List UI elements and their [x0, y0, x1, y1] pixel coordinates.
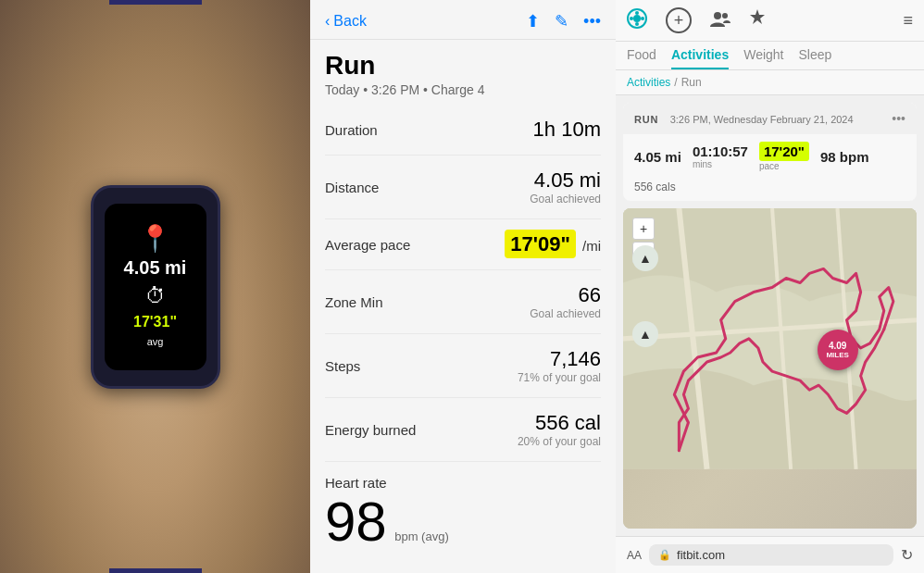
run-card-title-area: RUN 3:26 PM, Wednesday February 21, 2024 [634, 110, 854, 127]
pace-suffix: /mi [582, 238, 601, 254]
breadcrumb-run: Run [681, 76, 702, 89]
pace-icon: ⏱ [145, 284, 166, 308]
metrics-list: Duration 1h 10m Distance 4.05 mi Goal ac… [310, 105, 616, 573]
cals-row: 556 cals [623, 179, 917, 201]
svg-point-6 [714, 12, 721, 19]
map-container: + − ▲ ▲ 4.09 MILES [623, 208, 917, 529]
reload-icon[interactable]: ↻ [901, 546, 913, 564]
pace-label: Average pace [325, 237, 410, 253]
fitbit-app-panel: + ≡ Food Activities Weight Sleep [616, 0, 924, 573]
more-icon[interactable]: ••• [583, 12, 601, 31]
heart-rate-display: 98 bpm (avg) [325, 494, 601, 550]
fitbit-device: 📍 4.05 mi ⏱ 17'31" avg [91, 185, 220, 389]
band-bottom [109, 568, 202, 573]
location-pin-icon: 📍 [139, 226, 171, 252]
header-actions: ⬆ ✎ ••• [526, 11, 601, 31]
detail-header: ‹ Back ⬆ ✎ ••• [310, 0, 616, 40]
tab-food[interactable]: Food [627, 47, 656, 69]
share-icon[interactable]: ⬆ [526, 11, 540, 31]
tab-sleep[interactable]: Sleep [799, 47, 832, 69]
card-duration-label: mins [693, 159, 748, 169]
map-miles-value: 4.09 [829, 341, 846, 351]
card-duration-value: 01:10:57 [693, 143, 748, 159]
svg-point-7 [722, 13, 728, 19]
map-route-svg [623, 208, 917, 469]
font-size-control[interactable]: AA [627, 549, 642, 562]
map-nav-buttons: ▲ ▲ [632, 245, 658, 347]
pace-value: 17'09" /mi [505, 232, 601, 256]
device-screen: 📍 4.05 mi ⏱ 17'31" avg [105, 204, 206, 370]
zone-label: Zone Min [325, 294, 383, 310]
steps-row: Steps 7,146 71% of your goal [325, 334, 601, 398]
url-bar[interactable]: 🔒 fitbit.com [649, 544, 893, 566]
energy-value: 556 cal 20% of your goal [518, 411, 601, 448]
device-distance: 4.05 mi [124, 257, 187, 279]
heart-rate-section: Heart rate 98 bpm (avg) [325, 462, 601, 563]
app-top-bar: + ≡ [616, 0, 924, 42]
energy-row: Energy burned 556 cal 20% of your goal [325, 398, 601, 462]
app-nav-icons: + [627, 7, 766, 33]
breadcrumb: Activities / Run [616, 70, 924, 95]
energy-label: Energy burned [325, 422, 416, 438]
card-distance: 4.05 mi [634, 149, 681, 165]
map-miles-marker: 4.09 MILES [818, 330, 858, 370]
back-label: Back [333, 13, 367, 30]
distance-label: Distance [325, 180, 379, 195]
zoom-in-button[interactable]: + [632, 218, 655, 240]
distance-value: 4.05 mi Goal achieved [530, 168, 601, 206]
zone-value: 66 Goal achieved [530, 283, 601, 320]
distance-row: Distance 4.05 mi Goal achieved [325, 156, 601, 219]
run-detail-panel: ‹ Back ⬆ ✎ ••• Run Today • 3:26 PM • Cha… [310, 0, 616, 573]
map-miles-unit: MILES [826, 351, 848, 359]
band-top [109, 0, 202, 5]
heart-rate-value: 98 [325, 491, 387, 553]
duration-value: 1h 10m [533, 118, 601, 142]
svg-point-5 [641, 17, 644, 20]
run-card-header: RUN 3:26 PM, Wednesday February 21, 2024… [623, 103, 917, 134]
zone-row: Zone Min 66 Goal achieved [325, 270, 601, 334]
hamburger-menu-icon[interactable]: ≡ [903, 11, 913, 31]
svg-point-1 [633, 15, 641, 22]
duration-row: Duration 1h 10m [325, 105, 601, 156]
map-location-button[interactable]: ▲ [632, 245, 658, 271]
run-card-more-button[interactable]: ••• [892, 111, 905, 126]
community-icon[interactable] [710, 10, 730, 31]
run-card: RUN 3:26 PM, Wednesday February 21, 2024… [623, 103, 917, 201]
breadcrumb-separator: / [674, 76, 677, 89]
browser-bottom-bar: AA 🔒 fitbit.com ↻ [616, 536, 924, 573]
lock-icon: 🔒 [658, 549, 671, 561]
back-chevron-icon: ‹ [325, 13, 330, 30]
heart-rate-label: Heart rate [325, 475, 601, 491]
card-bpm-value: 98 bpm [820, 149, 869, 165]
card-distance-value: 4.05 mi [634, 149, 681, 165]
fitbit-logo-icon[interactable] [627, 8, 647, 33]
svg-point-4 [630, 17, 633, 20]
tab-weight[interactable]: Weight [743, 47, 783, 69]
device-panel: 📍 4.05 mi ⏱ 17'31" avg [0, 0, 310, 573]
steps-label: Steps [325, 358, 360, 374]
card-bpm: 98 bpm [820, 149, 869, 165]
back-button[interactable]: ‹ Back [325, 13, 367, 30]
pace-highlighted: 17'09" [505, 230, 576, 258]
bpm-unit: bpm (avg) [394, 529, 449, 543]
steps-value: 7,146 71% of your goal [518, 347, 601, 384]
card-pace-label: pace [759, 161, 809, 171]
url-text: fitbit.com [677, 548, 725, 562]
add-button[interactable]: + [666, 7, 692, 33]
challenges-icon[interactable] [749, 8, 766, 33]
cals-value: 556 cals [634, 181, 676, 193]
tab-activities[interactable]: Activities [671, 47, 729, 69]
edit-icon[interactable]: ✎ [555, 11, 568, 31]
run-date: 3:26 PM, Wednesday February 21, 2024 [670, 114, 854, 125]
avg-label: avg [147, 336, 164, 347]
pace-row: Average pace 17'09" /mi [325, 219, 601, 270]
run-card-stats: 4.05 mi 01:10:57 mins 17'20" pace 98 bpm [623, 134, 917, 179]
duration-label: Duration [325, 122, 378, 138]
map-direction-button[interactable]: ▲ [632, 321, 658, 347]
card-pace-value: 17'20" [759, 142, 809, 161]
app-tabs: Food Activities Weight Sleep [616, 42, 924, 70]
device-pace: 17'31" [133, 314, 177, 330]
run-title: Run [325, 51, 601, 81]
card-duration: 01:10:57 mins [693, 143, 748, 169]
breadcrumb-activities[interactable]: Activities [627, 76, 670, 89]
